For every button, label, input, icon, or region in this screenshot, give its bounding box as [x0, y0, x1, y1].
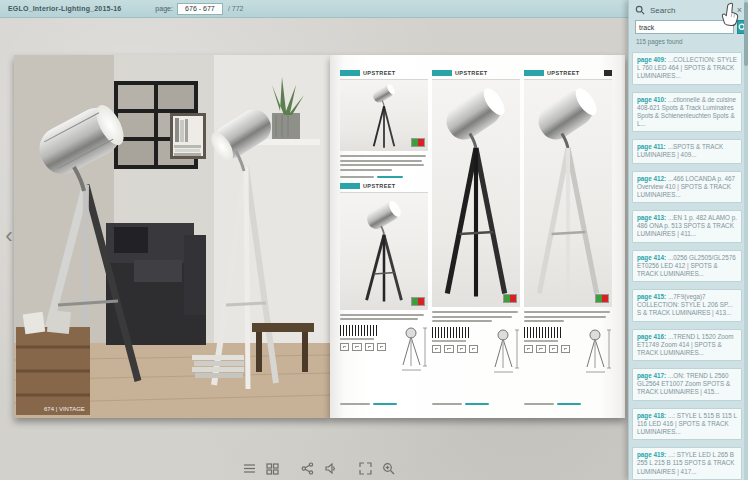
search-result-item[interactable]: page 419:...: STYLE LED L 265 B 255 L 21…: [632, 447, 742, 480]
search-result-item[interactable]: page 410:...ctionnelle & de cuisine 408-…: [632, 92, 742, 133]
search-result-item[interactable]: page 418:...: STYLE L 515 B 115 L 116 LE…: [632, 408, 742, 441]
zoom-in-icon[interactable]: [380, 460, 397, 476]
energy-label: [503, 294, 517, 303]
thumbnails-icon[interactable]: [264, 460, 281, 476]
search-row: [629, 20, 748, 34]
search-results-list: page 409:...COLLECTION: STYLE L 760 LED …: [629, 50, 744, 480]
energy-label: [411, 138, 425, 147]
variant-divider: [340, 176, 428, 178]
spec-block: [340, 325, 428, 371]
barcode: [432, 327, 470, 338]
product-code-chip: [340, 70, 360, 76]
search-result-item[interactable]: page 414:...0256 GL2505/GL2576 ET0256 LE…: [632, 250, 742, 283]
search-result-item[interactable]: page 411:...SPOTS & TRACK LUMINAIRES | 4…: [632, 139, 742, 163]
new-badge: [604, 70, 612, 76]
results-count: 115 pages found: [629, 34, 748, 47]
left-page-footer: 674 | VINTAGE: [44, 406, 85, 412]
product-header: UPSTREET: [432, 69, 520, 77]
barcode: [524, 327, 562, 338]
spec-icons: [340, 343, 386, 351]
catalog-right-page[interactable]: UPSTREET UPSTREET: [330, 55, 625, 418]
spec-icons: [432, 345, 478, 353]
product-header: UPSTREET: [340, 182, 428, 190]
search-panel: Search × 115 pages found page 409:...COL…: [628, 0, 748, 480]
search-result-item[interactable]: page 413:...EN 1 p. 482 ALAMO p. 486 ONA…: [632, 210, 742, 243]
document-title: EGLO_Interior-Lighting_2015-16: [8, 5, 121, 12]
product-header: UPSTREET: [340, 69, 428, 77]
fullscreen-icon[interactable]: [357, 460, 374, 476]
product-code-chip: [432, 70, 452, 76]
product-name: UPSTREET: [455, 70, 488, 76]
product-header: UPSTREET: [524, 69, 612, 77]
product-description: [340, 314, 428, 321]
product-photo: [524, 79, 612, 307]
search-input[interactable]: [635, 20, 734, 34]
viewer-toolbar: [238, 459, 400, 477]
dimension-diagram: [582, 327, 612, 373]
spec-block: [432, 327, 520, 373]
product-column-2: UPSTREET: [432, 69, 520, 411]
page-label: page:: [155, 5, 173, 12]
dimension-diagram: [398, 325, 428, 371]
close-icon[interactable]: ×: [737, 6, 742, 15]
product-name: UPSTREET: [363, 70, 396, 76]
search-icon: [635, 5, 645, 15]
search-result-item[interactable]: page 417:...ON: TREND L 2560 GL2564 ET10…: [632, 368, 742, 401]
share-icon[interactable]: [299, 460, 316, 476]
spec-block: [524, 327, 612, 373]
search-result-item[interactable]: page 409:...COLLECTION: STYLE L 760 LED …: [632, 52, 742, 85]
more-info-link[interactable]: [340, 400, 428, 407]
catalog-left-page[interactable]: 674 | VINTAGE: [14, 55, 330, 418]
product-description: [432, 311, 520, 322]
product-name: UPSTREET: [547, 70, 580, 76]
energy-label: [411, 297, 425, 306]
product-code-chip: [340, 183, 360, 189]
book-shelf: [170, 113, 206, 159]
page-total: / 772: [228, 5, 244, 12]
energy-label: [595, 294, 609, 303]
product-column-1: UPSTREET UPSTREET: [340, 69, 428, 411]
product-photo: [340, 192, 428, 310]
scrollbar-thumb[interactable]: [744, 2, 748, 66]
dimension-diagram: [490, 327, 520, 373]
search-result-item[interactable]: page 412:...466 LOCANDA p. 467 Overview …: [632, 171, 742, 204]
search-panel-title: Search: [650, 6, 675, 15]
product-code-chip: [524, 70, 544, 76]
product-description: [524, 311, 612, 322]
more-info-link[interactable]: [524, 400, 612, 407]
product-description: [340, 155, 428, 171]
product-column-3: UPSTREET: [524, 69, 612, 411]
barcode: [340, 325, 378, 336]
product-name: UPSTREET: [363, 183, 396, 189]
panel-scrollbar[interactable]: [744, 0, 748, 480]
viewer-topbar: EGLO_Interior-Lighting_2015-16 page: / 7…: [0, 0, 628, 18]
sound-icon[interactable]: [322, 460, 339, 476]
room-scene-photo: 674 | VINTAGE: [14, 55, 330, 418]
product-photo: [340, 79, 428, 151]
search-panel-header: Search ×: [629, 0, 748, 20]
contents-list-icon[interactable]: [241, 460, 258, 476]
page-number-input[interactable]: [177, 3, 223, 15]
product-photo: [432, 79, 520, 307]
more-info-link[interactable]: [432, 400, 520, 407]
spec-icons: [524, 345, 570, 353]
search-result-item[interactable]: page 416:...TREND L 1520 Zoom ET1749 Zoo…: [632, 329, 742, 362]
search-result-item[interactable]: page 415:...7F9(vega)7 COLLECTION: STYLE…: [632, 289, 742, 322]
